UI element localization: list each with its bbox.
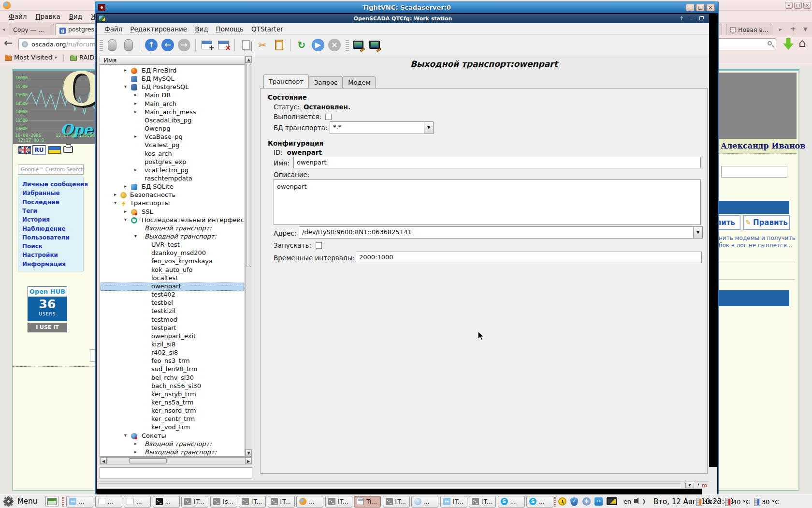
task-button-13[interactable]: [T...	[440, 496, 467, 508]
expander-closed-icon[interactable]: ▸	[124, 183, 127, 189]
scada-menu-item-1[interactable]: Редактирование	[130, 25, 187, 33]
volume-icon[interactable]	[634, 499, 637, 503]
expander-closed-icon[interactable]: ▸	[114, 192, 116, 197]
ff-menu-item-2[interactable]: Вид	[69, 13, 82, 20]
sidebar-link-0[interactable]: Личные сообщения	[22, 181, 88, 188]
expander-open-icon[interactable]: ▾	[124, 217, 127, 222]
tab-запрос[interactable]: Запрос	[309, 76, 343, 89]
tree-row[interactable]: ▾Последовательный интерфейс	[101, 216, 244, 224]
toolbar-grip[interactable]	[100, 39, 103, 51]
expander-closed-icon[interactable]: ▸	[124, 209, 127, 214]
tree-row[interactable]: ▸БД FireBird	[101, 67, 244, 75]
tree-row[interactable]: OscadaLibs_pg	[101, 117, 244, 125]
task-button-15[interactable]: ...	[498, 496, 525, 508]
tree-row[interactable]: ▸Main_arch_mess	[101, 108, 244, 117]
expander-closed-icon[interactable]: ▸	[134, 167, 137, 172]
qtcfg-shade-button[interactable]: ↑	[680, 15, 684, 22]
firefox-minimize-button[interactable]: –	[785, 2, 793, 9]
tree-row[interactable]: kok_auto_ufo	[101, 266, 244, 274]
sidebar-link-1[interactable]: Избранные	[22, 190, 60, 196]
tree-row[interactable]: ker_nsord_trm	[101, 407, 244, 415]
sidebar-link-6[interactable]: Пользователи	[22, 234, 70, 241]
tree-row[interactable]: sud_len98_trm	[101, 365, 244, 374]
scada-menu-item-0[interactable]: Файл	[104, 25, 122, 33]
paste-icon[interactable]	[272, 38, 286, 52]
forum-edit-button[interactable]: ✎Править	[743, 215, 790, 230]
display-tray-icon[interactable]	[607, 497, 617, 505]
tree-row[interactable]: test402	[101, 291, 244, 299]
task-button-6[interactable]: [T...	[239, 496, 266, 508]
expander-open-icon[interactable]: ▾	[124, 84, 127, 89]
firefox-maximize-button[interactable]: □	[794, 2, 802, 9]
task-button-7[interactable]: [T...	[268, 496, 295, 508]
tree-filter-input[interactable]	[100, 467, 252, 479]
refresh-icon[interactable]: ↻	[294, 38, 309, 52]
tree-row[interactable]: feo_vos_krymskaya	[101, 257, 244, 266]
tree-row[interactable]: feo_ns3_trm	[101, 357, 244, 365]
tab-транспорт[interactable]: Транспорт	[263, 75, 309, 89]
taskbar-menu-button[interactable]: Menu	[17, 497, 37, 506]
up-icon[interactable]: ↑	[144, 38, 159, 52]
sidebar-link-7[interactable]: Поиск	[22, 243, 43, 250]
back-button[interactable]: ←	[4, 37, 13, 49]
task-button-2[interactable]: ...	[124, 496, 151, 508]
task-button-9[interactable]: [T...	[325, 496, 352, 508]
vnc-maximize-button[interactable]: □	[696, 4, 705, 11]
tree-row[interactable]: postgres_exp	[101, 158, 244, 166]
task-button-3[interactable]: ...	[153, 496, 180, 508]
address-combobox[interactable]: /dev/ttyS0:9600:8N1::0636825141 ▼	[299, 226, 703, 239]
tree-row[interactable]: VcaTest_pg	[101, 141, 244, 149]
shield-tray-icon[interactable]: ✓	[570, 497, 578, 506]
qtcfg-restore-button[interactable]	[699, 16, 703, 20]
tab-new[interactable]: Новая в...	[726, 24, 772, 35]
tree-row[interactable]: ▸vcaElectro_pg	[101, 166, 244, 175]
tab-copy[interactable]: Copy — ...	[9, 24, 54, 35]
task-button-16[interactable]: ...	[526, 496, 553, 508]
tree-row[interactable]: r402_si8	[101, 349, 244, 357]
scroll-up-icon[interactable]: ▲	[246, 56, 252, 63]
teamviewer-tray-icon[interactable]: ↔	[594, 497, 603, 506]
ff-menu-item-1[interactable]: Правка	[35, 13, 60, 20]
cut-icon[interactable]: ✂	[255, 38, 270, 52]
expander-closed-icon[interactable]: ▸	[134, 449, 137, 454]
task-button-11[interactable]: [T...	[383, 496, 410, 508]
download-icon[interactable]	[783, 38, 794, 50]
name-input[interactable]: owenpart	[293, 157, 701, 168]
tree-row[interactable]: ker_vod_trm	[101, 423, 244, 432]
search-input[interactable]	[715, 38, 776, 50]
expander-closed-icon[interactable]: ▸	[134, 92, 137, 97]
forum-field[interactable]	[721, 166, 787, 178]
tree-row[interactable]: bel_rchv_si30	[101, 374, 244, 382]
tree-vertical-scrollbar[interactable]: ▲ ▼	[245, 56, 252, 457]
sidebar-link-8[interactable]: Настройки	[22, 252, 58, 258]
qtcfg-minimize-button[interactable]: –	[690, 15, 693, 22]
task-button-4[interactable]: [T...	[181, 496, 208, 508]
tree-row[interactable]: ▸Выходной транспорт:	[101, 448, 244, 457]
tree-row[interactable]: ▸БД SQLite	[101, 183, 244, 191]
tree-row[interactable]: ker_centr_trm	[101, 415, 244, 423]
flag-ua-icon[interactable]	[48, 146, 61, 154]
chevron-down-icon[interactable]: ▼	[693, 227, 702, 238]
menu-gear-icon[interactable]	[5, 498, 12, 505]
start-icon[interactable]: ▶	[311, 38, 325, 52]
tree-row[interactable]: ▸Входной транспорт:	[101, 440, 244, 448]
task-button-0[interactable]: ...	[66, 496, 93, 508]
scada-menu-item-2[interactable]: Вид	[195, 25, 208, 33]
back-icon[interactable]: ←	[160, 38, 175, 52]
scroll-right-icon[interactable]: ▶	[245, 458, 252, 464]
tree-row[interactable]: Входной транспорт:	[101, 224, 244, 233]
openhub-use-button[interactable]: I USE IT	[28, 323, 67, 332]
tree-row[interactable]: owenpart	[101, 283, 244, 291]
expander-open-icon[interactable]: ▾	[124, 433, 127, 438]
status-dropdown[interactable]: ▼	[685, 483, 694, 488]
qtcfg-titlebar[interactable]: OpenSCADA QTCfg: Work station ↑ –	[97, 14, 709, 23]
clock-tray-icon[interactable]	[558, 497, 566, 506]
expander-closed-icon[interactable]: ▸	[134, 101, 137, 106]
tree-row[interactable]: ▸Безопасность	[101, 191, 244, 199]
expander-closed-icon[interactable]: ▸	[134, 134, 137, 139]
tree-row[interactable]: localtest	[101, 274, 244, 283]
openhub-widget[interactable]: Open HUB 36 USERS I USE IT	[28, 286, 67, 332]
print-icon[interactable]	[63, 146, 73, 153]
running-checkbox[interactable]	[325, 114, 332, 120]
tree-row[interactable]: ▸Main_arch	[101, 100, 244, 108]
